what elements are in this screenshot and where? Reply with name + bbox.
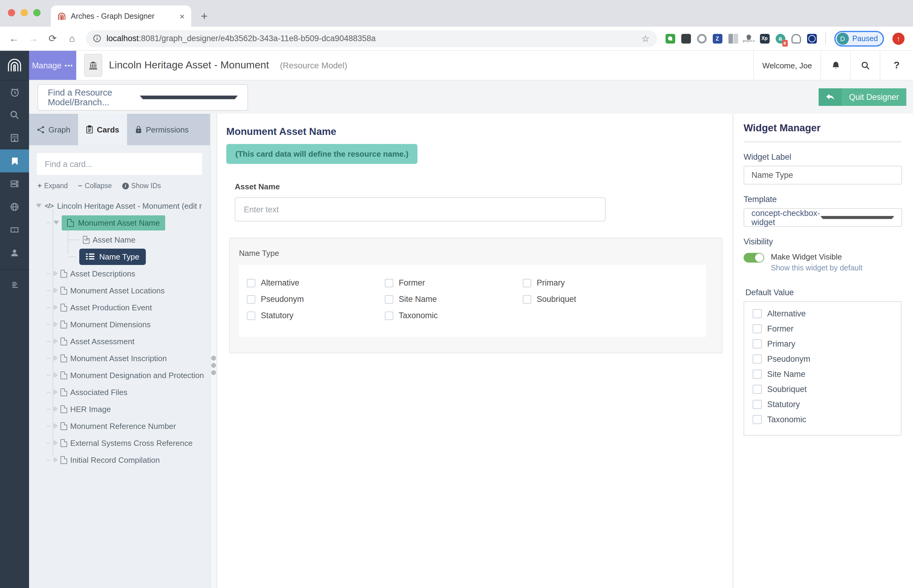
sidebar-item-person[interactable] bbox=[0, 241, 29, 264]
manage-button[interactable]: Manage ••• bbox=[29, 51, 76, 80]
expander-open-icon[interactable] bbox=[54, 221, 59, 225]
checkbox-icon[interactable] bbox=[753, 354, 762, 363]
sidebar-item-clock[interactable] bbox=[0, 81, 29, 103]
default-checkbox-option[interactable]: Statutory bbox=[753, 400, 901, 409]
notifications-button[interactable] bbox=[821, 51, 850, 80]
checkbox-icon[interactable] bbox=[753, 415, 762, 424]
globe-extension-icon[interactable] bbox=[807, 34, 816, 43]
minimize-window-button[interactable] bbox=[21, 9, 28, 16]
tree-node-name-type[interactable]: Name Type bbox=[29, 248, 210, 265]
back-icon[interactable]: ← bbox=[8, 33, 19, 44]
checkbox-icon[interactable] bbox=[385, 295, 393, 304]
widget-label-input[interactable] bbox=[743, 166, 902, 184]
checkbox-icon[interactable] bbox=[247, 295, 255, 304]
panel-resize-handle[interactable] bbox=[210, 114, 217, 588]
onetab-extension-icon[interactable]: ↑ bbox=[892, 32, 905, 44]
default-checkbox-option[interactable]: Taxonomic bbox=[753, 415, 901, 424]
reload-icon[interactable]: ⟳ bbox=[47, 33, 58, 44]
default-checkbox-option[interactable]: Site Name bbox=[753, 370, 901, 379]
checkbox-option[interactable]: Statutory bbox=[247, 311, 385, 320]
tree-card[interactable]: Monument Reference Number bbox=[29, 417, 210, 435]
tree-card[interactable]: Initial Record Compilation bbox=[29, 451, 210, 468]
sidebar-item-servers[interactable] bbox=[0, 173, 29, 195]
checkbox-option[interactable]: Taxonomic bbox=[385, 311, 523, 320]
search-person-extension-icon[interactable] bbox=[791, 34, 801, 43]
session-extension-icon[interactable] bbox=[697, 34, 706, 43]
checkbox-option[interactable]: Alternative bbox=[247, 278, 385, 288]
expander-closed-icon[interactable] bbox=[54, 457, 58, 462]
expander-closed-icon[interactable] bbox=[54, 271, 58, 276]
xp-extension-icon[interactable]: Xp bbox=[759, 34, 769, 43]
search-button[interactable] bbox=[850, 51, 880, 80]
home-icon[interactable]: ⌂ bbox=[66, 33, 78, 44]
checkbox-icon[interactable] bbox=[753, 370, 762, 379]
url-input[interactable]: localhost:8081/graph_designer/e4b3562b-3… bbox=[86, 30, 657, 47]
checkbox-icon[interactable] bbox=[753, 324, 762, 333]
selected-card-chip[interactable]: Monument Asset Name bbox=[62, 215, 165, 230]
checkbox-option[interactable]: Site Name bbox=[385, 295, 523, 304]
sidebar-item-search[interactable] bbox=[0, 103, 29, 126]
checkbox-icon[interactable] bbox=[385, 311, 393, 320]
checkbox-icon[interactable] bbox=[753, 385, 762, 394]
selected-node-chip[interactable]: Name Type bbox=[79, 248, 146, 265]
card-search[interactable] bbox=[37, 153, 202, 175]
tree-card-monument-asset-name[interactable]: Monument Asset Name bbox=[29, 214, 210, 231]
checkbox-icon[interactable] bbox=[247, 311, 255, 320]
sidebar-item-globe[interactable] bbox=[0, 195, 29, 218]
site-info-icon[interactable] bbox=[93, 34, 101, 42]
expander-closed-icon[interactable] bbox=[54, 356, 58, 360]
default-checkbox-option[interactable]: Primary bbox=[753, 339, 901, 349]
tab-cards[interactable]: Cards bbox=[78, 114, 127, 145]
tree-card[interactable]: External Systems Cross Reference bbox=[29, 435, 210, 451]
checkbox-option[interactable]: Pseudonym bbox=[247, 295, 385, 304]
expander-closed-icon[interactable] bbox=[54, 389, 58, 394]
sidebar-item-menu[interactable] bbox=[0, 273, 29, 296]
help-button[interactable]: ? bbox=[880, 51, 913, 80]
tree-card[interactable]: Monument Designation and Protection bbox=[29, 367, 210, 383]
geojson-extension-icon[interactable]: geojson.io bbox=[744, 34, 753, 43]
asset-name-input[interactable] bbox=[235, 197, 606, 221]
maximize-window-button[interactable] bbox=[33, 9, 40, 16]
expander-closed-icon[interactable] bbox=[54, 288, 58, 293]
bookmark-star-icon[interactable]: ☆ bbox=[642, 33, 650, 44]
new-tab-button[interactable]: + bbox=[201, 10, 207, 23]
card-search-input[interactable] bbox=[37, 159, 202, 168]
show-ids-link[interactable]: iShow IDs bbox=[122, 181, 161, 190]
checkbox-icon[interactable] bbox=[385, 279, 393, 287]
checkbox-icon[interactable] bbox=[753, 339, 762, 349]
template-select[interactable]: concept-checkbox-widget bbox=[743, 208, 902, 227]
checkbox-option[interactable]: Primary bbox=[523, 278, 661, 288]
sidebar-item-bookmark[interactable] bbox=[0, 149, 29, 173]
tab-graph[interactable]: Graph bbox=[29, 114, 78, 145]
sidebar-item-ticket[interactable] bbox=[0, 218, 29, 241]
default-checkbox-option[interactable]: Pseudonym bbox=[753, 354, 901, 363]
visibility-toggle[interactable] bbox=[743, 253, 764, 263]
zotero-extension-icon[interactable]: Z bbox=[713, 34, 722, 43]
tab-close-icon[interactable]: × bbox=[180, 11, 184, 21]
tree-card[interactable]: HER Image bbox=[29, 401, 210, 417]
checkbox-icon[interactable] bbox=[753, 309, 762, 318]
robot-extension-icon[interactable] bbox=[681, 34, 691, 43]
tab-permissions[interactable]: Permissions bbox=[127, 114, 197, 145]
expand-all-link[interactable]: +Expand bbox=[37, 181, 68, 190]
tree-card[interactable]: Asset Production Event bbox=[29, 299, 210, 316]
sidebar-item-building[interactable] bbox=[0, 126, 29, 149]
tree-card[interactable]: Monument Asset Inscription bbox=[29, 350, 210, 367]
expander-closed-icon[interactable] bbox=[54, 423, 58, 428]
collapse-all-link[interactable]: −Collapse bbox=[78, 181, 112, 190]
tree-card[interactable]: Monument Asset Locations bbox=[29, 282, 210, 299]
tree-root[interactable]: </> Lincoln Heritage Asset - Monument (e… bbox=[29, 197, 210, 214]
checkbox-icon[interactable] bbox=[247, 279, 255, 287]
checkbox-option[interactable]: Former bbox=[385, 278, 523, 288]
grid-extension-icon[interactable] bbox=[728, 34, 738, 43]
checkbox-icon[interactable] bbox=[523, 279, 531, 287]
welcome-user-link[interactable]: Welcome, Joe bbox=[753, 51, 821, 80]
checkbox-option[interactable]: Soubriquet bbox=[523, 295, 661, 304]
tree-card[interactable]: Asset Assessment bbox=[29, 333, 210, 350]
checkbox-icon[interactable] bbox=[523, 295, 531, 304]
expander-closed-icon[interactable] bbox=[54, 339, 58, 344]
default-checkbox-option[interactable]: Alternative bbox=[753, 309, 901, 318]
default-checkbox-option[interactable]: Soubriquet bbox=[753, 385, 901, 394]
expander-open-icon[interactable] bbox=[36, 204, 41, 207]
annotate-extension-icon[interactable]: a8 bbox=[776, 34, 785, 43]
